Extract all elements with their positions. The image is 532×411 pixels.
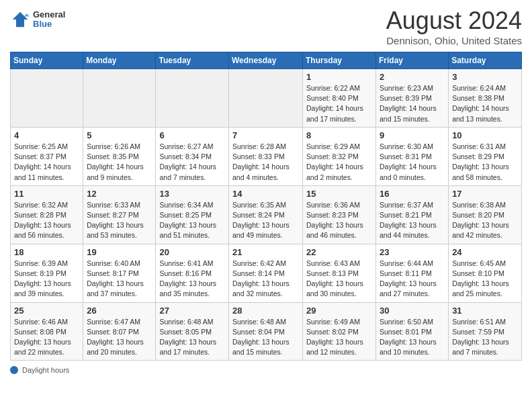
calendar-cell: 1Sunrise: 6:22 AM Sunset: 8:40 PM Daylig… (303, 69, 376, 128)
calendar-cell: 14Sunrise: 6:35 AM Sunset: 8:24 PM Dayli… (229, 185, 303, 244)
calendar-cell: 2Sunrise: 6:23 AM Sunset: 8:39 PM Daylig… (376, 69, 449, 128)
day-number: 17 (452, 189, 518, 199)
day-number: 7 (232, 130, 299, 140)
calendar-cell: 28Sunrise: 6:48 AM Sunset: 8:04 PM Dayli… (229, 302, 303, 361)
day-number: 15 (306, 189, 372, 199)
calendar-cell: 25Sunrise: 6:46 AM Sunset: 8:08 PM Dayli… (11, 302, 83, 361)
calendar-cell: 27Sunrise: 6:48 AM Sunset: 8:05 PM Dayli… (156, 302, 229, 361)
day-info: Sunrise: 6:30 AM Sunset: 8:31 PM Dayligh… (380, 142, 445, 183)
day-info: Sunrise: 6:50 AM Sunset: 8:01 PM Dayligh… (380, 317, 445, 358)
day-info: Sunrise: 6:39 AM Sunset: 8:19 PM Dayligh… (14, 259, 79, 300)
day-info: Sunrise: 6:32 AM Sunset: 8:28 PM Dayligh… (14, 200, 79, 241)
day-number: 6 (159, 130, 225, 140)
day-number: 10 (452, 130, 518, 140)
day-info: Sunrise: 6:43 AM Sunset: 8:13 PM Dayligh… (306, 259, 372, 300)
calendar-cell: 12Sunrise: 6:33 AM Sunset: 8:27 PM Dayli… (83, 185, 156, 244)
day-number: 2 (380, 72, 445, 82)
footer: Daylight hours (10, 366, 522, 374)
day-info: Sunrise: 6:33 AM Sunset: 8:27 PM Dayligh… (87, 200, 152, 241)
location-title: Dennison, Ohio, United States (386, 35, 522, 46)
day-number: 11 (14, 189, 79, 199)
day-info: Sunrise: 6:38 AM Sunset: 8:20 PM Dayligh… (452, 200, 518, 241)
day-number: 16 (380, 189, 445, 199)
calendar-cell (156, 69, 229, 128)
calendar-cell: 26Sunrise: 6:47 AM Sunset: 8:07 PM Dayli… (83, 302, 156, 361)
calendar-cell: 21Sunrise: 6:42 AM Sunset: 8:14 PM Dayli… (229, 244, 303, 302)
calendar-cell: 20Sunrise: 6:41 AM Sunset: 8:16 PM Dayli… (156, 244, 229, 302)
calendar-table: SundayMondayTuesdayWednesdayThursdayFrid… (10, 52, 522, 361)
day-number: 8 (306, 130, 372, 140)
day-info: Sunrise: 6:24 AM Sunset: 8:38 PM Dayligh… (452, 83, 518, 124)
day-number: 25 (14, 306, 79, 316)
header-row: SundayMondayTuesdayWednesdayThursdayFrid… (11, 52, 522, 69)
calendar-cell: 3Sunrise: 6:24 AM Sunset: 8:38 PM Daylig… (449, 69, 522, 128)
logo-icon (10, 9, 30, 30)
day-info: Sunrise: 6:35 AM Sunset: 8:24 PM Dayligh… (232, 200, 299, 241)
calendar-week: 11Sunrise: 6:32 AM Sunset: 8:28 PM Dayli… (11, 185, 522, 244)
calendar-cell: 7Sunrise: 6:28 AM Sunset: 8:33 PM Daylig… (229, 127, 303, 185)
day-info: Sunrise: 6:51 AM Sunset: 7:59 PM Dayligh… (452, 317, 518, 358)
calendar-cell: 30Sunrise: 6:50 AM Sunset: 8:01 PM Dayli… (376, 302, 449, 361)
calendar-week: 1Sunrise: 6:22 AM Sunset: 8:40 PM Daylig… (11, 69, 522, 128)
day-info: Sunrise: 6:48 AM Sunset: 8:05 PM Dayligh… (159, 317, 225, 358)
day-number: 20 (159, 247, 225, 257)
day-number: 3 (452, 72, 518, 82)
calendar-cell (83, 69, 156, 128)
day-info: Sunrise: 6:29 AM Sunset: 8:32 PM Dayligh… (306, 142, 372, 183)
title-block: August 2024 Dennison, Ohio, United State… (386, 7, 522, 46)
calendar-cell: 13Sunrise: 6:34 AM Sunset: 8:25 PM Dayli… (156, 185, 229, 244)
calendar-cell: 8Sunrise: 6:29 AM Sunset: 8:32 PM Daylig… (303, 127, 376, 185)
day-info: Sunrise: 6:27 AM Sunset: 8:34 PM Dayligh… (159, 142, 225, 183)
day-info: Sunrise: 6:48 AM Sunset: 8:04 PM Dayligh… (232, 317, 299, 358)
day-number: 28 (232, 306, 299, 316)
calendar-body: 1Sunrise: 6:22 AM Sunset: 8:40 PM Daylig… (11, 69, 522, 361)
day-number: 27 (159, 306, 225, 316)
day-info: Sunrise: 6:22 AM Sunset: 8:40 PM Dayligh… (306, 83, 372, 124)
calendar-cell: 4Sunrise: 6:25 AM Sunset: 8:37 PM Daylig… (11, 127, 83, 185)
calendar-week: 4Sunrise: 6:25 AM Sunset: 8:37 PM Daylig… (11, 127, 522, 185)
day-header: Friday (376, 52, 449, 69)
day-info: Sunrise: 6:34 AM Sunset: 8:25 PM Dayligh… (159, 200, 225, 241)
day-info: Sunrise: 6:46 AM Sunset: 8:08 PM Dayligh… (14, 317, 79, 358)
calendar-cell: 16Sunrise: 6:37 AM Sunset: 8:21 PM Dayli… (376, 185, 449, 244)
day-info: Sunrise: 6:28 AM Sunset: 8:33 PM Dayligh… (232, 142, 299, 183)
day-number: 31 (452, 306, 518, 316)
day-number: 4 (14, 130, 79, 140)
calendar-week: 18Sunrise: 6:39 AM Sunset: 8:19 PM Dayli… (11, 244, 522, 302)
day-info: Sunrise: 6:40 AM Sunset: 8:17 PM Dayligh… (87, 259, 152, 300)
svg-marker-1 (24, 13, 30, 17)
logo: General Blue (10, 9, 65, 30)
calendar-week: 25Sunrise: 6:46 AM Sunset: 8:08 PM Dayli… (11, 302, 522, 361)
calendar-header: SundayMondayTuesdayWednesdayThursdayFrid… (11, 52, 522, 69)
logo-blue: Blue (33, 19, 65, 29)
calendar-cell: 5Sunrise: 6:26 AM Sunset: 8:35 PM Daylig… (83, 127, 156, 185)
calendar-cell: 17Sunrise: 6:38 AM Sunset: 8:20 PM Dayli… (449, 185, 522, 244)
day-header: Thursday (303, 52, 376, 69)
day-info: Sunrise: 6:37 AM Sunset: 8:21 PM Dayligh… (380, 200, 445, 241)
day-header: Wednesday (229, 52, 303, 69)
footer-label: Daylight hours (22, 366, 69, 374)
calendar-cell: 19Sunrise: 6:40 AM Sunset: 8:17 PM Dayli… (83, 244, 156, 302)
day-info: Sunrise: 6:44 AM Sunset: 8:11 PM Dayligh… (380, 259, 445, 300)
calendar-cell: 31Sunrise: 6:51 AM Sunset: 7:59 PM Dayli… (449, 302, 522, 361)
day-info: Sunrise: 6:49 AM Sunset: 8:02 PM Dayligh… (306, 317, 372, 358)
calendar-cell: 23Sunrise: 6:44 AM Sunset: 8:11 PM Dayli… (376, 244, 449, 302)
day-info: Sunrise: 6:23 AM Sunset: 8:39 PM Dayligh… (380, 83, 445, 124)
day-header: Tuesday (156, 52, 229, 69)
calendar-cell: 6Sunrise: 6:27 AM Sunset: 8:34 PM Daylig… (156, 127, 229, 185)
svg-marker-0 (13, 12, 28, 28)
day-header: Sunday (11, 52, 83, 69)
calendar-cell: 24Sunrise: 6:45 AM Sunset: 8:10 PM Dayli… (449, 244, 522, 302)
calendar-cell: 18Sunrise: 6:39 AM Sunset: 8:19 PM Dayli… (11, 244, 83, 302)
logo-general: General (33, 10, 65, 19)
day-info: Sunrise: 6:41 AM Sunset: 8:16 PM Dayligh… (159, 259, 225, 300)
day-info: Sunrise: 6:31 AM Sunset: 8:29 PM Dayligh… (452, 142, 518, 183)
day-number: 26 (87, 306, 152, 316)
day-info: Sunrise: 6:45 AM Sunset: 8:10 PM Dayligh… (452, 259, 518, 300)
footer-dot (10, 366, 18, 374)
calendar-cell: 10Sunrise: 6:31 AM Sunset: 8:29 PM Dayli… (449, 127, 522, 185)
day-number: 12 (87, 189, 152, 199)
calendar-cell: 9Sunrise: 6:30 AM Sunset: 8:31 PM Daylig… (376, 127, 449, 185)
day-header: Monday (83, 52, 156, 69)
day-info: Sunrise: 6:26 AM Sunset: 8:35 PM Dayligh… (87, 142, 152, 183)
